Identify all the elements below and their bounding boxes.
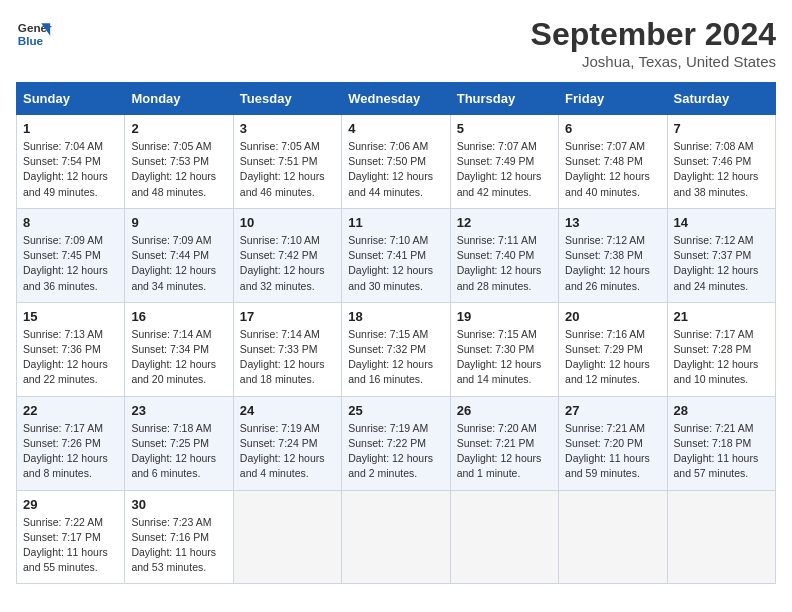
- calendar-cell: 9 Sunrise: 7:09 AM Sunset: 7:44 PM Dayli…: [125, 208, 233, 302]
- day-number: 8: [23, 215, 118, 230]
- header-day: Thursday: [450, 83, 558, 115]
- day-info: Sunrise: 7:23 AM Sunset: 7:16 PM Dayligh…: [131, 515, 226, 576]
- day-info: Sunrise: 7:15 AM Sunset: 7:32 PM Dayligh…: [348, 327, 443, 388]
- sunset-label: Sunset: 7:29 PM: [565, 343, 643, 355]
- daylight-label: Daylight: 12 hours and 18 minutes.: [240, 358, 325, 385]
- day-number: 29: [23, 497, 118, 512]
- calendar-cell: [342, 490, 450, 584]
- calendar-cell: 26 Sunrise: 7:20 AM Sunset: 7:21 PM Dayl…: [450, 396, 558, 490]
- calendar-cell: 24 Sunrise: 7:19 AM Sunset: 7:24 PM Dayl…: [233, 396, 341, 490]
- sunrise-label: Sunrise: 7:20 AM: [457, 422, 537, 434]
- day-info: Sunrise: 7:10 AM Sunset: 7:42 PM Dayligh…: [240, 233, 335, 294]
- day-info: Sunrise: 7:11 AM Sunset: 7:40 PM Dayligh…: [457, 233, 552, 294]
- daylight-label: Daylight: 12 hours and 24 minutes.: [674, 264, 759, 291]
- header-day: Tuesday: [233, 83, 341, 115]
- day-info: Sunrise: 7:12 AM Sunset: 7:37 PM Dayligh…: [674, 233, 769, 294]
- calendar-cell: 23 Sunrise: 7:18 AM Sunset: 7:25 PM Dayl…: [125, 396, 233, 490]
- logo-icon: General Blue: [16, 16, 52, 52]
- day-number: 18: [348, 309, 443, 324]
- sunset-label: Sunset: 7:38 PM: [565, 249, 643, 261]
- calendar-cell: 18 Sunrise: 7:15 AM Sunset: 7:32 PM Dayl…: [342, 302, 450, 396]
- day-number: 1: [23, 121, 118, 136]
- sunset-label: Sunset: 7:33 PM: [240, 343, 318, 355]
- daylight-label: Daylight: 11 hours and 57 minutes.: [674, 452, 759, 479]
- daylight-label: Daylight: 12 hours and 1 minute.: [457, 452, 542, 479]
- daylight-label: Daylight: 12 hours and 46 minutes.: [240, 170, 325, 197]
- sunset-label: Sunset: 7:30 PM: [457, 343, 535, 355]
- calendar-cell: 17 Sunrise: 7:14 AM Sunset: 7:33 PM Dayl…: [233, 302, 341, 396]
- daylight-label: Daylight: 12 hours and 44 minutes.: [348, 170, 433, 197]
- sunset-label: Sunset: 7:34 PM: [131, 343, 209, 355]
- day-number: 17: [240, 309, 335, 324]
- sunset-label: Sunset: 7:17 PM: [23, 531, 101, 543]
- calendar-week-row: 29 Sunrise: 7:22 AM Sunset: 7:17 PM Dayl…: [17, 490, 776, 584]
- sunrise-label: Sunrise: 7:06 AM: [348, 140, 428, 152]
- calendar-cell: 10 Sunrise: 7:10 AM Sunset: 7:42 PM Dayl…: [233, 208, 341, 302]
- day-info: Sunrise: 7:09 AM Sunset: 7:44 PM Dayligh…: [131, 233, 226, 294]
- day-info: Sunrise: 7:05 AM Sunset: 7:53 PM Dayligh…: [131, 139, 226, 200]
- calendar-cell: 14 Sunrise: 7:12 AM Sunset: 7:37 PM Dayl…: [667, 208, 775, 302]
- calendar-cell: [559, 490, 667, 584]
- daylight-label: Daylight: 12 hours and 26 minutes.: [565, 264, 650, 291]
- calendar-cell: [667, 490, 775, 584]
- header-day: Sunday: [17, 83, 125, 115]
- daylight-label: Daylight: 12 hours and 10 minutes.: [674, 358, 759, 385]
- header-day: Friday: [559, 83, 667, 115]
- daylight-label: Daylight: 12 hours and 48 minutes.: [131, 170, 216, 197]
- calendar-cell: 5 Sunrise: 7:07 AM Sunset: 7:49 PM Dayli…: [450, 115, 558, 209]
- sunrise-label: Sunrise: 7:08 AM: [674, 140, 754, 152]
- sunrise-label: Sunrise: 7:19 AM: [348, 422, 428, 434]
- header-row: SundayMondayTuesdayWednesdayThursdayFrid…: [17, 83, 776, 115]
- daylight-label: Daylight: 12 hours and 8 minutes.: [23, 452, 108, 479]
- svg-text:Blue: Blue: [18, 34, 44, 47]
- daylight-label: Daylight: 12 hours and 32 minutes.: [240, 264, 325, 291]
- daylight-label: Daylight: 12 hours and 14 minutes.: [457, 358, 542, 385]
- day-number: 25: [348, 403, 443, 418]
- day-number: 27: [565, 403, 660, 418]
- sunset-label: Sunset: 7:36 PM: [23, 343, 101, 355]
- sunrise-label: Sunrise: 7:12 AM: [565, 234, 645, 246]
- calendar-week-row: 15 Sunrise: 7:13 AM Sunset: 7:36 PM Dayl…: [17, 302, 776, 396]
- daylight-label: Daylight: 12 hours and 22 minutes.: [23, 358, 108, 385]
- day-number: 4: [348, 121, 443, 136]
- calendar-cell: 6 Sunrise: 7:07 AM Sunset: 7:48 PM Dayli…: [559, 115, 667, 209]
- sunset-label: Sunset: 7:49 PM: [457, 155, 535, 167]
- calendar-cell: 12 Sunrise: 7:11 AM Sunset: 7:40 PM Dayl…: [450, 208, 558, 302]
- title-area: September 2024 Joshua, Texas, United Sta…: [531, 16, 776, 70]
- sunrise-label: Sunrise: 7:18 AM: [131, 422, 211, 434]
- sunrise-label: Sunrise: 7:21 AM: [674, 422, 754, 434]
- day-info: Sunrise: 7:22 AM Sunset: 7:17 PM Dayligh…: [23, 515, 118, 576]
- daylight-label: Daylight: 12 hours and 28 minutes.: [457, 264, 542, 291]
- sunrise-label: Sunrise: 7:10 AM: [348, 234, 428, 246]
- day-number: 16: [131, 309, 226, 324]
- sunset-label: Sunset: 7:16 PM: [131, 531, 209, 543]
- day-info: Sunrise: 7:21 AM Sunset: 7:18 PM Dayligh…: [674, 421, 769, 482]
- sunrise-label: Sunrise: 7:14 AM: [240, 328, 320, 340]
- daylight-label: Daylight: 12 hours and 34 minutes.: [131, 264, 216, 291]
- sunrise-label: Sunrise: 7:17 AM: [674, 328, 754, 340]
- daylight-label: Daylight: 11 hours and 59 minutes.: [565, 452, 650, 479]
- sunset-label: Sunset: 7:28 PM: [674, 343, 752, 355]
- day-info: Sunrise: 7:06 AM Sunset: 7:50 PM Dayligh…: [348, 139, 443, 200]
- daylight-label: Daylight: 11 hours and 53 minutes.: [131, 546, 216, 573]
- sunset-label: Sunset: 7:21 PM: [457, 437, 535, 449]
- header-day: Wednesday: [342, 83, 450, 115]
- day-info: Sunrise: 7:04 AM Sunset: 7:54 PM Dayligh…: [23, 139, 118, 200]
- calendar-cell: 25 Sunrise: 7:19 AM Sunset: 7:22 PM Dayl…: [342, 396, 450, 490]
- sunset-label: Sunset: 7:50 PM: [348, 155, 426, 167]
- calendar-table: SundayMondayTuesdayWednesdayThursdayFrid…: [16, 82, 776, 584]
- daylight-label: Daylight: 12 hours and 42 minutes.: [457, 170, 542, 197]
- calendar-cell: 27 Sunrise: 7:21 AM Sunset: 7:20 PM Dayl…: [559, 396, 667, 490]
- sunrise-label: Sunrise: 7:09 AM: [23, 234, 103, 246]
- daylight-label: Daylight: 12 hours and 36 minutes.: [23, 264, 108, 291]
- day-info: Sunrise: 7:13 AM Sunset: 7:36 PM Dayligh…: [23, 327, 118, 388]
- calendar-cell: [233, 490, 341, 584]
- calendar-cell: 2 Sunrise: 7:05 AM Sunset: 7:53 PM Dayli…: [125, 115, 233, 209]
- day-number: 6: [565, 121, 660, 136]
- calendar-week-row: 1 Sunrise: 7:04 AM Sunset: 7:54 PM Dayli…: [17, 115, 776, 209]
- calendar-cell: 29 Sunrise: 7:22 AM Sunset: 7:17 PM Dayl…: [17, 490, 125, 584]
- sunrise-label: Sunrise: 7:11 AM: [457, 234, 537, 246]
- sunset-label: Sunset: 7:46 PM: [674, 155, 752, 167]
- calendar-cell: 22 Sunrise: 7:17 AM Sunset: 7:26 PM Dayl…: [17, 396, 125, 490]
- day-info: Sunrise: 7:09 AM Sunset: 7:45 PM Dayligh…: [23, 233, 118, 294]
